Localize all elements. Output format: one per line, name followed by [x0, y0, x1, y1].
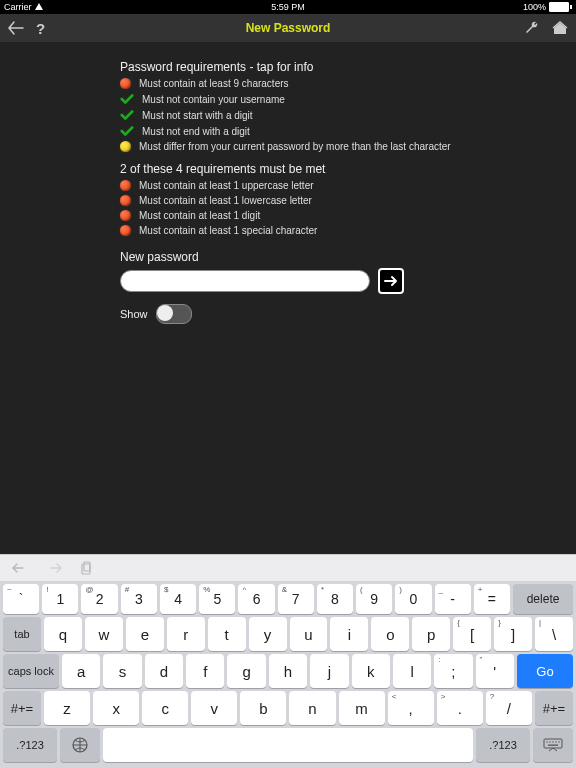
key-/[interactable]: ?/ [486, 691, 532, 725]
key-f[interactable]: f [186, 654, 224, 688]
help-icon[interactable]: ? [36, 20, 45, 37]
key-c[interactable]: c [142, 691, 188, 725]
requirement-item[interactable]: Must contain at least 9 characters [120, 78, 576, 89]
requirement-text: Must not contain your username [142, 94, 285, 105]
check-icon [120, 93, 134, 105]
key-go[interactable]: Go [517, 654, 573, 688]
key-j[interactable]: j [310, 654, 348, 688]
svg-point-7 [555, 741, 556, 742]
requirement-item[interactable]: Must contain at least 1 uppercase letter [120, 180, 576, 191]
battery-label: 100% [523, 2, 546, 12]
svg-rect-0 [82, 564, 90, 574]
requirement-item[interactable]: Must contain at least 1 special characte… [120, 225, 576, 236]
key--[interactable]: _- [435, 584, 471, 614]
requirement-item[interactable]: Must not start with a digit [120, 109, 576, 121]
globe-icon [71, 736, 89, 754]
carrier-label: Carrier [4, 2, 32, 12]
key-numbers-left[interactable]: .?123 [3, 728, 57, 762]
key-7[interactable]: &7 [278, 584, 314, 614]
key-dismiss-keyboard[interactable] [533, 728, 573, 762]
key-0[interactable]: )0 [395, 584, 431, 614]
key-x[interactable]: x [93, 691, 139, 725]
requirement-text: Must not end with a digit [142, 126, 250, 137]
key-globe[interactable] [60, 728, 100, 762]
key-5[interactable]: %5 [199, 584, 235, 614]
key-q[interactable]: q [44, 617, 82, 651]
key-shift-left[interactable]: #+= [3, 691, 41, 725]
key-[[interactable]: {[ [453, 617, 491, 651]
key-=[interactable]: += [474, 584, 510, 614]
status-bar: Carrier 5:59 PM 100% [0, 0, 576, 14]
key-n[interactable]: n [289, 691, 335, 725]
key-d[interactable]: d [145, 654, 183, 688]
key-2[interactable]: @2 [81, 584, 117, 614]
requirement-item[interactable]: Must not end with a digit [120, 125, 576, 137]
svg-rect-1 [84, 562, 90, 571]
key-.[interactable]: >. [437, 691, 483, 725]
key-tab[interactable]: tab [3, 617, 41, 651]
svg-point-5 [549, 741, 550, 742]
requirement-text: Must contain at least 1 lowercase letter [139, 195, 312, 206]
key-e[interactable]: e [126, 617, 164, 651]
wrench-icon[interactable] [524, 20, 540, 36]
new-password-input[interactable] [120, 270, 370, 292]
key-6[interactable]: ^6 [238, 584, 274, 614]
key-a[interactable]: a [62, 654, 100, 688]
sub-requirements-title: 2 of these 4 requirements must be met [120, 162, 576, 176]
key-delete[interactable]: delete [513, 584, 573, 614]
key-u[interactable]: u [290, 617, 328, 651]
key-`[interactable]: ~` [3, 584, 39, 614]
key-][interactable]: }] [494, 617, 532, 651]
key-9[interactable]: (9 [356, 584, 392, 614]
key-y[interactable]: y [249, 617, 287, 651]
keyboard: ~`!1@2#3$4%5^6&7*8(9)0_-+=delete tabqwer… [0, 554, 576, 768]
key-b[interactable]: b [240, 691, 286, 725]
keyboard-toolbar [0, 554, 576, 581]
key-o[interactable]: o [371, 617, 409, 651]
key-shift-right[interactable]: #+= [535, 691, 573, 725]
submit-button[interactable] [378, 268, 404, 294]
requirement-item[interactable]: Must contain at least 1 digit [120, 210, 576, 221]
undo-icon[interactable] [12, 562, 28, 574]
key-\[interactable]: |\ [535, 617, 573, 651]
key-g[interactable]: g [227, 654, 265, 688]
key-z[interactable]: z [44, 691, 90, 725]
key-l[interactable]: l [393, 654, 431, 688]
back-icon[interactable] [8, 21, 24, 35]
svg-rect-3 [544, 739, 562, 748]
key-numbers-right[interactable]: .?123 [476, 728, 530, 762]
redo-icon[interactable] [46, 562, 62, 574]
key-,[interactable]: <, [388, 691, 434, 725]
content-area: Password requirements - tap for info Mus… [0, 42, 576, 324]
show-password-toggle[interactable] [156, 304, 192, 324]
requirement-item[interactable]: Must differ from your current password b… [120, 141, 576, 152]
key-t[interactable]: t [208, 617, 246, 651]
requirement-item[interactable]: Must not contain your username [120, 93, 576, 105]
key-k[interactable]: k [352, 654, 390, 688]
key-p[interactable]: p [412, 617, 450, 651]
key-w[interactable]: w [85, 617, 123, 651]
key-;[interactable]: :; [434, 654, 472, 688]
nav-bar: ? New Password [0, 14, 576, 42]
key-space[interactable] [103, 728, 473, 762]
requirement-text: Must contain at least 1 uppercase letter [139, 180, 314, 191]
key-h[interactable]: h [269, 654, 307, 688]
key-v[interactable]: v [191, 691, 237, 725]
home-icon[interactable] [552, 20, 568, 36]
status-dot-red [120, 225, 131, 236]
clipboard-icon[interactable] [80, 561, 92, 575]
key-m[interactable]: m [339, 691, 385, 725]
key-1[interactable]: !1 [42, 584, 78, 614]
key-8[interactable]: *8 [317, 584, 353, 614]
requirement-item[interactable]: Must contain at least 1 lowercase letter [120, 195, 576, 206]
key-'[interactable]: "' [476, 654, 514, 688]
key-r[interactable]: r [167, 617, 205, 651]
key-4[interactable]: $4 [160, 584, 196, 614]
key-i[interactable]: i [330, 617, 368, 651]
requirements-title[interactable]: Password requirements - tap for info [120, 60, 576, 74]
key-s[interactable]: s [103, 654, 141, 688]
key-capslock[interactable]: caps lock [3, 654, 59, 688]
key-3[interactable]: #3 [121, 584, 157, 614]
status-dot-red [120, 180, 131, 191]
page-title: New Password [246, 21, 331, 35]
